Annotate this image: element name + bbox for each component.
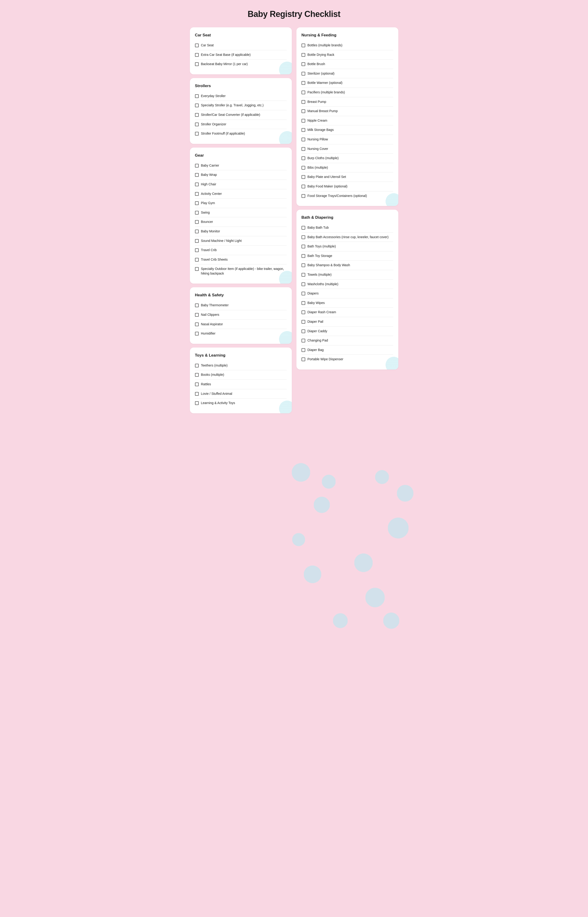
checkbox[interactable] bbox=[195, 239, 199, 243]
checklist-item: Diaper Bag bbox=[302, 345, 393, 355]
item-label: Nail Clippers bbox=[201, 312, 219, 317]
checklist-item: Nasal Aspirator bbox=[195, 320, 287, 329]
checkbox[interactable] bbox=[302, 128, 305, 132]
item-label: Baby Shampoo & Body Wash bbox=[307, 263, 350, 268]
item-label: Milk Storage Bags bbox=[307, 128, 334, 132]
checkbox[interactable] bbox=[302, 44, 305, 47]
checkbox[interactable] bbox=[302, 53, 305, 57]
section-health-safety: Health & SafetyBaby ThermometerNail Clip… bbox=[190, 287, 292, 344]
checkbox[interactable] bbox=[195, 104, 199, 107]
checkbox[interactable] bbox=[195, 392, 199, 396]
checkbox[interactable] bbox=[302, 166, 305, 170]
checkbox[interactable] bbox=[302, 72, 305, 76]
checkbox[interactable] bbox=[195, 44, 199, 47]
checklist-item: Diapers bbox=[302, 289, 393, 298]
checkbox[interactable] bbox=[302, 273, 305, 277]
checkbox[interactable] bbox=[195, 267, 199, 271]
checkbox[interactable] bbox=[195, 53, 199, 57]
checkbox[interactable] bbox=[195, 132, 199, 136]
checkbox[interactable] bbox=[302, 301, 305, 305]
item-label: Diapers bbox=[307, 291, 319, 296]
checkbox[interactable] bbox=[302, 91, 305, 94]
checklist-item: Baby Bath Accessories (rinse cup, kneele… bbox=[302, 233, 393, 242]
checkbox[interactable] bbox=[302, 282, 305, 286]
checklist-item: Nipple Cream bbox=[302, 116, 393, 126]
checkbox[interactable] bbox=[195, 94, 199, 98]
section-title-health-safety: Health & Safety bbox=[195, 293, 287, 298]
checkbox[interactable] bbox=[195, 258, 199, 262]
item-label: Bottle Warmer (optional) bbox=[307, 81, 342, 85]
section-title-strollers: Strollers bbox=[195, 84, 287, 88]
checkbox[interactable] bbox=[302, 156, 305, 160]
checkbox[interactable] bbox=[195, 62, 199, 66]
checklist-item: Sterilizer (optional) bbox=[302, 69, 393, 79]
checkbox[interactable] bbox=[195, 332, 199, 335]
checkbox[interactable] bbox=[195, 322, 199, 326]
checklist-item: Pacifiers (multiple brands) bbox=[302, 88, 393, 97]
checkbox[interactable] bbox=[302, 147, 305, 151]
checkbox[interactable] bbox=[195, 230, 199, 233]
checklist-item: Bouncer bbox=[195, 217, 287, 227]
section-title-toys-learning: Toys & Learning bbox=[195, 353, 287, 358]
section-nursing-feeding: Nursing & FeedingBottles (multiple brand… bbox=[296, 27, 398, 206]
checkbox[interactable] bbox=[195, 211, 199, 215]
checkbox[interactable] bbox=[302, 100, 305, 104]
item-label: Stroller/Car Seat Converter (if applicab… bbox=[201, 113, 260, 117]
checkbox[interactable] bbox=[195, 401, 199, 405]
checkbox[interactable] bbox=[195, 304, 199, 307]
checkbox[interactable] bbox=[195, 248, 199, 252]
checkbox[interactable] bbox=[302, 320, 305, 323]
checkbox[interactable] bbox=[302, 226, 305, 230]
checkbox[interactable] bbox=[195, 164, 199, 168]
checkbox[interactable] bbox=[195, 113, 199, 117]
checkbox[interactable] bbox=[302, 235, 305, 239]
page-wrapper: Baby Registry Checklist Car SeatCar Seat… bbox=[190, 9, 398, 417]
item-label: Bath Toys (multiple) bbox=[307, 244, 336, 249]
item-label: Specialty Outdoor Item (if applicable) -… bbox=[201, 267, 287, 276]
checkbox[interactable] bbox=[302, 119, 305, 123]
checkbox[interactable] bbox=[195, 201, 199, 205]
checklist-item: Rattles bbox=[195, 380, 287, 389]
checklist-item: Humidifier bbox=[195, 329, 287, 338]
item-label: Learning & Activity Toys bbox=[201, 401, 235, 406]
checkbox[interactable] bbox=[195, 373, 199, 377]
checkbox[interactable] bbox=[195, 173, 199, 177]
checkbox[interactable] bbox=[195, 183, 199, 186]
checkbox[interactable] bbox=[195, 220, 199, 224]
checkbox[interactable] bbox=[195, 192, 199, 196]
checkbox[interactable] bbox=[302, 175, 305, 179]
checkbox[interactable] bbox=[302, 62, 305, 66]
checklist-item: Stroller Footmuff (if applicable) bbox=[195, 129, 287, 138]
checkbox[interactable] bbox=[302, 184, 305, 188]
checkbox[interactable] bbox=[302, 137, 305, 141]
checklist-item: Everyday Stroller bbox=[195, 92, 287, 101]
item-label: Play Gym bbox=[201, 201, 215, 205]
checkbox[interactable] bbox=[302, 81, 305, 85]
item-label: Baby Thermometer bbox=[201, 303, 229, 308]
item-label: Backseat Baby Mirror (1 per car) bbox=[201, 62, 248, 66]
checklist-item: Travel Crib Sheets bbox=[195, 255, 287, 265]
item-label: Manual Breast Pump bbox=[307, 109, 338, 113]
checkbox[interactable] bbox=[302, 330, 305, 333]
item-label: Extra Car Seat Base (if applicable) bbox=[201, 53, 251, 57]
checklist-item: Towels (multiple) bbox=[302, 270, 393, 280]
item-label: Washcloths (multiple) bbox=[307, 282, 338, 286]
checklist-item: Play Gym bbox=[195, 199, 287, 208]
checkbox[interactable] bbox=[302, 348, 305, 352]
checkbox[interactable] bbox=[302, 357, 305, 361]
checkbox[interactable] bbox=[195, 313, 199, 317]
checkbox[interactable] bbox=[302, 254, 305, 258]
checkbox[interactable] bbox=[302, 339, 305, 343]
checkbox[interactable] bbox=[195, 383, 199, 386]
checkbox[interactable] bbox=[302, 245, 305, 248]
checklist-item: Bottle Warmer (optional) bbox=[302, 78, 393, 88]
checkbox[interactable] bbox=[302, 194, 305, 198]
checkbox[interactable] bbox=[302, 109, 305, 113]
section-gear: GearBaby CarrierBaby WrapHigh ChairActiv… bbox=[190, 147, 292, 284]
checkbox[interactable] bbox=[302, 311, 305, 314]
checkbox[interactable] bbox=[302, 264, 305, 267]
checkbox[interactable] bbox=[195, 364, 199, 367]
checkbox[interactable] bbox=[195, 123, 199, 126]
section-title-gear: Gear bbox=[195, 153, 287, 158]
checkbox[interactable] bbox=[302, 292, 305, 295]
